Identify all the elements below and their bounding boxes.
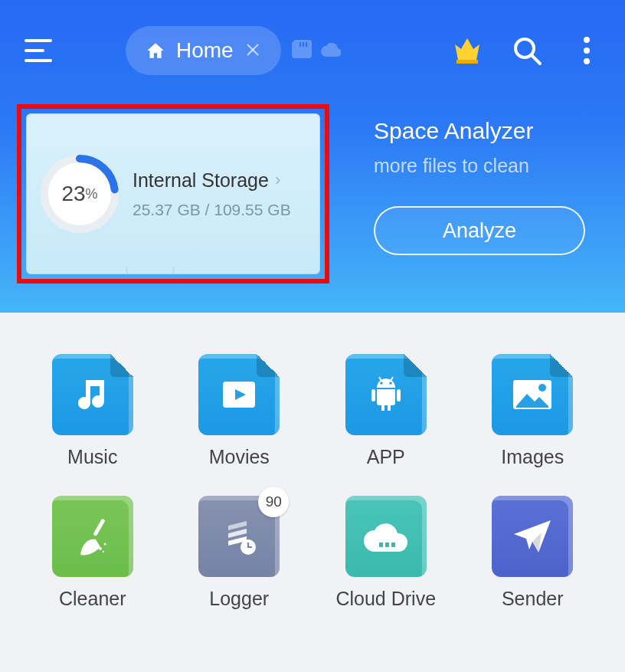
svg-rect-5 [456,60,478,64]
broom-icon [52,496,133,577]
tab-label: Home [176,38,234,63]
more-icon[interactable] [570,34,604,67]
tile-sender[interactable]: Sender [471,496,595,610]
storage-highlight: 23% Internal Storage › 25.37 GB / 109.55… [17,104,329,284]
logger-icon: 90 [198,496,280,577]
tile-movies[interactable]: Movies [178,354,302,468]
images-icon [492,354,573,435]
svg-rect-29 [391,543,395,547]
svg-rect-15 [397,389,401,402]
storage-card[interactable]: 23% Internal Storage › 25.37 GB / 109.55… [26,113,320,274]
svg-point-10 [584,58,590,64]
android-icon [345,354,427,435]
svg-line-17 [391,377,393,381]
svg-point-19 [389,382,392,385]
svg-point-8 [584,37,590,43]
topbar: Home [21,0,604,101]
menu-icon[interactable] [21,34,55,67]
tab-close-icon[interactable] [244,39,261,62]
storage-ring: 23% [38,152,122,236]
analyze-button[interactable]: Analyze [374,206,585,255]
storage-title: Internal Storage [133,169,269,192]
svg-rect-14 [371,389,375,402]
paper-plane-icon [492,496,573,577]
tile-logger[interactable]: 90 Logger [178,496,302,610]
tile-cloud-drive[interactable]: Cloud Drive [324,496,448,610]
analyzer-panel: Space Analyzer more files to clean Analy… [360,104,585,255]
svg-point-21 [538,384,546,392]
svg-point-6 [515,39,534,57]
home-icon [146,41,165,61]
svg-point-23 [99,547,102,550]
storage-percent: 23 [61,182,85,206]
cloud-icon [345,496,427,577]
svg-point-25 [103,551,104,552]
logger-badge: 90 [258,487,289,517]
svg-point-24 [103,543,106,546]
chevron-right-icon: › [275,170,280,190]
search-icon[interactable] [510,34,544,67]
crown-icon[interactable] [450,34,484,67]
tile-images[interactable]: Images [471,354,595,468]
svg-line-7 [532,56,540,64]
svg-rect-28 [385,543,389,547]
tile-cleaner[interactable]: Cleaner [31,496,155,610]
tab-home[interactable]: Home [126,26,281,75]
music-icon [52,354,133,435]
analyzer-title: Space Analyzer [374,118,585,144]
storage-subtitle: 25.37 GB / 109.55 GB [133,201,309,219]
svg-line-16 [379,377,381,381]
cloud-mini-icon [321,41,341,60]
svg-rect-27 [379,543,383,547]
movies-icon [198,354,280,435]
svg-point-18 [380,382,383,385]
tile-app[interactable]: APP [324,354,448,468]
svg-rect-22 [93,519,105,536]
sdcard-mini-icon [290,40,312,61]
category-grid: Music Movies APP Images Cleaner 90 Logge… [0,313,625,610]
analyzer-subtitle: more files to clean [374,155,585,177]
tile-music[interactable]: Music [31,354,155,468]
svg-point-9 [584,48,590,54]
